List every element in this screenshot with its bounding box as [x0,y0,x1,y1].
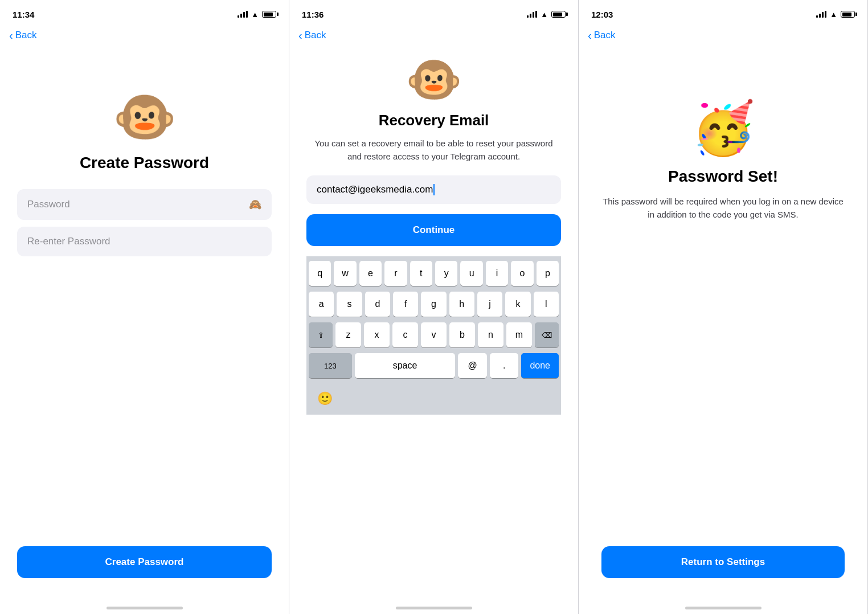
key-n[interactable]: n [478,322,503,347]
key-s[interactable]: s [337,292,362,317]
screen2-title: Recovery Email [379,112,489,129]
status-bar-3: 12:03 ▲ [579,0,867,25]
battery-icon-3 [841,11,855,18]
key-p[interactable]: p [537,261,559,286]
emoji-row: 🙂 [309,384,559,412]
screen3-main-content: 🥳 Password Set! This password will be re… [579,46,867,607]
key-m[interactable]: m [506,322,532,347]
email-value: contact@igeeksmedia.com [317,184,433,195]
key-a[interactable]: a [309,292,334,317]
key-d[interactable]: d [365,292,390,317]
screen1-main-content: 🐵 Create Password Password 🙈 Re-enter Pa… [0,46,289,607]
email-input[interactable]: contact@igeeksmedia.com [306,175,561,204]
key-backspace[interactable]: ⌫ [535,322,559,347]
key-t[interactable]: t [410,261,432,286]
screen2-main-content: 🐵 Recovery Email You can set a recovery … [289,46,578,607]
status-icons-1: ▲ [238,10,276,19]
create-password-button[interactable]: Create Password [17,546,272,578]
key-r[interactable]: r [384,261,407,286]
battery-icon-2 [551,11,566,18]
password-input-1[interactable]: Password 🙈 [17,189,272,220]
text-cursor [433,184,435,195]
key-done[interactable]: done [521,353,559,378]
screen2-recovery-email: 11:36 ▲ ‹ Back 🐵 Recovery Email You can … [289,0,579,614]
wifi-icon-1: ▲ [251,10,259,19]
screen3-password-set: 12:03 ▲ ‹ Back 🥳 Password Set! This pass… [579,0,868,614]
time-3: 12:03 [591,10,613,19]
key-c[interactable]: c [392,322,418,347]
battery-icon-1 [262,11,276,18]
back-button-3[interactable]: ‹ Back [579,25,867,46]
home-indicator-3 [685,607,761,609]
key-u[interactable]: u [460,261,482,286]
key-period[interactable]: . [490,353,518,378]
screen1-title: Create Password [80,154,209,172]
key-at[interactable]: @ [458,353,486,378]
reenter-placeholder: Re-enter Password [27,236,110,247]
key-e[interactable]: e [359,261,382,286]
signal-icon-2 [527,11,537,18]
keyboard-row-1: q w e r t y u i o p [309,261,559,286]
time-2: 11:36 [302,10,324,19]
reenter-password-input[interactable]: Re-enter Password [17,227,272,256]
key-numbers[interactable]: 123 [309,353,352,378]
key-q[interactable]: q [309,261,331,286]
return-to-settings-button[interactable]: Return to Settings [601,546,845,578]
key-o[interactable]: o [511,261,533,286]
back-button-2[interactable]: ‹ Back [289,25,578,46]
key-z[interactable]: z [335,322,361,347]
status-icons-2: ▲ [527,10,566,19]
key-f[interactable]: f [393,292,418,317]
screen3-description: This password will be required when you … [601,195,845,222]
keyboard-row-3: ⇧ z x c v b n m ⌫ [309,322,559,347]
wifi-icon-3: ▲ [830,10,837,19]
chevron-left-icon-1: ‹ [9,30,13,41]
party-emoji: 🥳 [691,103,755,154]
password-placeholder-1: Password [27,199,70,210]
key-x[interactable]: x [364,322,390,347]
time-1: 11:34 [13,10,34,19]
monkey-emoji-1: 🐵 [113,91,177,142]
key-shift[interactable]: ⇧ [309,322,333,347]
wifi-icon-2: ▲ [541,10,548,19]
home-indicator-1 [107,607,183,609]
screen2-description: You can set a recovery email to be able … [306,137,561,163]
key-i[interactable]: i [486,261,508,286]
back-label-3: Back [594,30,616,41]
signal-icon-1 [238,11,248,18]
key-j[interactable]: j [477,292,502,317]
key-y[interactable]: y [435,261,457,286]
back-button-1[interactable]: ‹ Back [0,25,289,46]
keyboard-row-2: a s d f g h j k l [309,292,559,317]
key-l[interactable]: l [534,292,559,317]
key-space[interactable]: space [355,353,456,378]
keyboard: q w e r t y u i o p a s d f g h j k l [306,256,561,415]
screen3-title: Password Set! [668,167,778,186]
key-emoji[interactable]: 🙂 [313,387,336,410]
chevron-left-icon-3: ‹ [588,30,592,41]
eye-slash-icon: 🙈 [249,198,261,211]
keyboard-row-4: 123 space @ . done [309,353,559,378]
back-label-1: Back [15,30,37,41]
chevron-left-icon-2: ‹ [298,30,302,41]
monkey-emoji-2: 🐵 [406,57,462,103]
status-bar-1: 11:34 ▲ [0,0,289,25]
home-indicator-2 [396,607,472,609]
key-v[interactable]: v [421,322,447,347]
status-icons-3: ▲ [816,10,855,19]
key-g[interactable]: g [421,292,446,317]
key-h[interactable]: h [449,292,474,317]
continue-button[interactable]: Continue [306,214,561,246]
key-b[interactable]: b [449,322,475,347]
signal-icon-3 [816,11,826,18]
key-w[interactable]: w [334,261,356,286]
key-k[interactable]: k [505,292,530,317]
screen1-create-password: 11:34 ▲ ‹ Back 🐵 Create Password Passwor… [0,0,289,614]
status-bar-2: 11:36 ▲ [289,0,578,25]
back-label-2: Back [305,30,326,41]
